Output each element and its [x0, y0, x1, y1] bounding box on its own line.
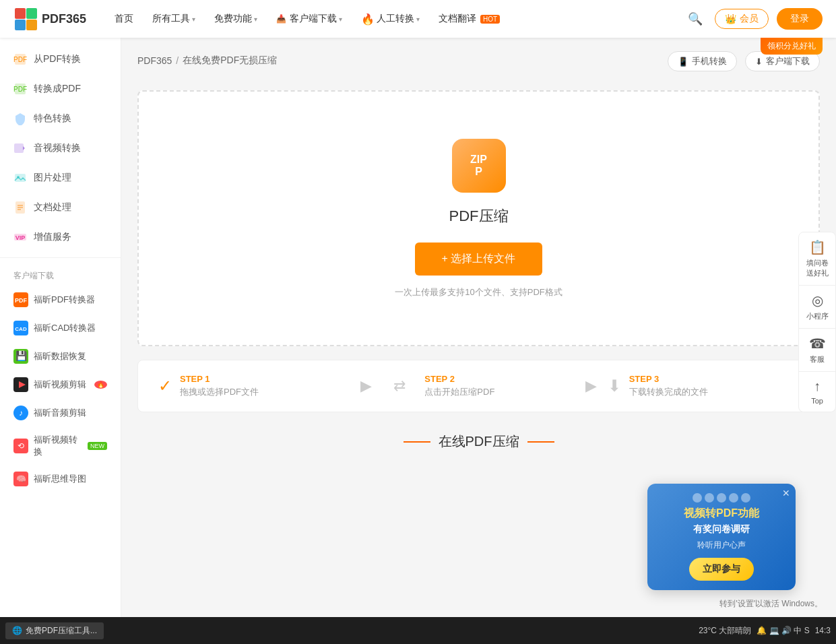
nav-home[interactable]: 首页: [106, 9, 141, 29]
new-badge: NEW: [88, 442, 107, 450]
nav-all-tools[interactable]: 所有工具 ▾: [144, 9, 203, 29]
svg-text:PDF: PDF: [15, 297, 28, 304]
taskbar-time: 14:3: [815, 626, 831, 635]
hot-badge: HOT: [480, 15, 500, 24]
nav-free-features[interactable]: 免费功能 ▾: [206, 9, 265, 29]
top-label: Top: [811, 397, 823, 405]
survey-button[interactable]: 📋 填问卷 送好礼: [798, 232, 836, 286]
svg-text:⟲: ⟲: [18, 441, 24, 451]
step-1: ✓ STEP 1 拖拽或选择PDF文件: [158, 374, 350, 398]
miniprogram-icon: ◎: [812, 292, 823, 309]
mobile-icon: 📱: [678, 57, 688, 67]
sidebar-item-doc[interactable]: 文档处理: [0, 193, 121, 222]
header-right: 🔍 👑 会员 登录: [684, 7, 823, 30]
top-bar: PDF365 / 在线免费PDF无损压缩 📱 手机转换 ⬇ 客户端下载: [137, 51, 820, 81]
survey-icon: 📋: [809, 239, 826, 255]
step2-arrow-icon: ▶: [585, 377, 597, 395]
logo[interactable]: PDF365: [13, 7, 86, 31]
miniprogram-label: 小程序: [806, 311, 829, 321]
sidebar-item-video-edit[interactable]: 福昕视频剪辑 🔥: [0, 371, 121, 399]
steps-bar: ✓ STEP 1 拖拽或选择PDF文件 ▶ ⇄ STEP 2 点击开始压缩PDF…: [137, 360, 820, 412]
fire-icon: 🔥: [361, 13, 375, 26]
popup-content: 视频转PDF功能 有奖问卷调研 聆听用户心声 立即参与: [647, 484, 796, 590]
survey-label: 填问卷 送好礼: [806, 258, 829, 278]
fire-badge: 🔥: [94, 381, 107, 389]
svg-rect-2: [15, 20, 26, 30]
step1-check-icon: ✓: [158, 377, 172, 395]
step3-desc: 下载转换完成的文件: [629, 386, 799, 398]
nav-download[interactable]: 📥 客户端下载 ▾: [268, 9, 350, 29]
customer-service-icon: ☎: [809, 335, 826, 352]
svg-text:PDF: PDF: [13, 56, 27, 63]
windows-activate-text: 转到'设置'以激活 Windows。: [719, 598, 823, 610]
sidebar-item-video-convert[interactable]: ⟲ 福昕视频转换 NEW: [0, 427, 121, 465]
popup-cta-button[interactable]: 立即参与: [689, 558, 754, 581]
popup-icon-row: [657, 493, 786, 503]
sidebar-item-special-convert[interactable]: 特色转换: [0, 104, 121, 133]
video-icon: [13, 141, 27, 155]
popup-subtitle2: 聆听用户心声: [657, 540, 786, 551]
fuzhun-cad-icon: CAD: [13, 321, 28, 335]
svg-marker-9: [23, 146, 25, 150]
popup-close-button[interactable]: ✕: [782, 488, 790, 498]
popup-circle-4: [729, 493, 738, 503]
popup-banner[interactable]: ✕ 视频转PDF功能 有奖问卷调研 聆听用户心声 立即参与: [647, 484, 796, 590]
customer-service-button[interactable]: ☎ 客服: [798, 329, 836, 372]
sidebar-item-image[interactable]: 图片处理: [0, 163, 121, 193]
step1-desc: 拖拽或选择PDF文件: [180, 386, 350, 398]
sidebar-item-to-pdf[interactable]: PDF 转换成PDF: [0, 74, 121, 104]
sidebar-item-data-recovery[interactable]: 💾 福昕数据恢复: [0, 342, 121, 371]
step-3: ⬇ STEP 3 下载转换完成的文件: [608, 374, 799, 398]
sidebar-item-pdf-converter[interactable]: PDF 福昕PDF转换器: [0, 286, 121, 314]
upload-area[interactable]: ZIP P PDF压缩 + 选择上传文件 一次上传最多支持10个文件、支持PDF…: [137, 90, 820, 346]
svg-text:♪: ♪: [19, 408, 23, 418]
svg-text:CAD: CAD: [15, 326, 27, 332]
customer-service-label: 客服: [810, 354, 825, 364]
sidebar: PDF 从PDF转换 PDF 转换成PDF 特色转换 音视频转换: [0, 38, 121, 644]
windows-watermark: 转到'设置'以激活 Windows。: [719, 598, 823, 610]
svg-rect-0: [15, 8, 26, 19]
svg-rect-3: [26, 20, 37, 30]
shield-icon: [13, 112, 27, 125]
upload-title: PDF压缩: [449, 206, 509, 226]
taskbar: 🌐 免费PDF压缩工具... 23°C 大部晴朗 🔔 💻 🔊 中 S 14:3: [0, 617, 836, 644]
breadcrumb-separator: /: [176, 55, 179, 66]
svg-rect-8: [14, 143, 24, 153]
taskbar-pdf-icon: 🌐: [12, 626, 22, 635]
taskbar-pdf-item[interactable]: 🌐 免费PDF压缩工具...: [5, 622, 104, 639]
section-line-left: [404, 441, 430, 443]
chevron-down-icon: ▾: [416, 15, 420, 23]
login-button[interactable]: 登录: [777, 8, 823, 30]
sidebar-item-cad-converter[interactable]: CAD 福昕CAD转换器: [0, 314, 121, 342]
popup-subtitle: 有奖问卷调研: [657, 523, 786, 536]
taskbar-weather: 23°C 大部晴朗: [699, 625, 751, 637]
mobile-convert-button[interactable]: 📱 手机转换: [668, 51, 737, 71]
popup-circle-1: [693, 493, 702, 503]
gift-badge[interactable]: 领积分兑好礼: [761, 38, 823, 55]
compress-icon: ZIP P: [470, 154, 487, 177]
nav-manual-convert[interactable]: 🔥 人工转换 ▾: [353, 9, 428, 30]
taskbar-right: 23°C 大部晴朗 🔔 💻 🔊 中 S 14:3: [699, 625, 831, 637]
image-icon: [13, 171, 27, 185]
doc-icon: [13, 201, 27, 214]
sidebar-item-audio-edit[interactable]: ♪ 福昕音频剪辑: [0, 399, 121, 427]
fuzhun-video-convert-icon: ⟲: [13, 439, 28, 453]
nav-doc-translate[interactable]: 文档翻译 HOT: [430, 9, 508, 29]
sidebar-item-from-pdf[interactable]: PDF 从PDF转换: [0, 44, 121, 74]
download-icon: 📥: [276, 14, 286, 24]
sidebar-item-mindmap[interactable]: 🧠 福昕思维导图: [0, 465, 121, 493]
step2-num: STEP 2: [424, 374, 574, 384]
top-arrow-icon: ↑: [814, 379, 821, 394]
miniprogram-button[interactable]: ◎ 小程序: [798, 286, 836, 329]
breadcrumb-home[interactable]: PDF365: [137, 55, 172, 66]
upload-button[interactable]: + 选择上传文件: [415, 243, 543, 276]
sidebar-item-vip[interactable]: VIP 增值服务: [0, 222, 121, 252]
sidebar-download-title: 客户端下载: [0, 263, 121, 286]
member-button[interactable]: 👑 会员: [715, 9, 769, 29]
search-button[interactable]: 🔍: [684, 7, 707, 30]
logo-text: PDF365: [42, 12, 86, 26]
back-to-top-button[interactable]: ↑ Top: [798, 372, 836, 412]
sidebar-item-av-convert[interactable]: 音视频转换: [0, 133, 121, 163]
svg-rect-1: [26, 8, 37, 19]
step2-transfer-icon: ⇄: [393, 377, 406, 395]
